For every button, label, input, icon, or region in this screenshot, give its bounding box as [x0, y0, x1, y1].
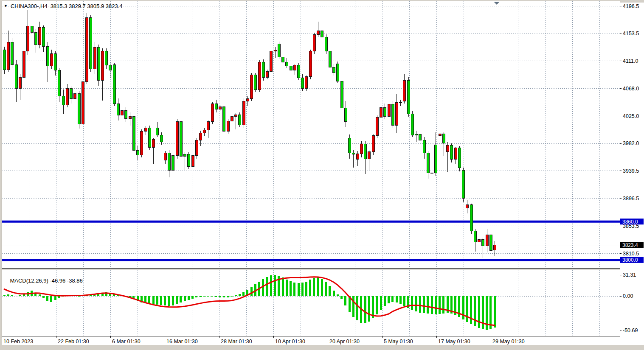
macd-bar — [462, 296, 464, 320]
candle-body — [266, 72, 268, 78]
candle-body — [254, 75, 256, 90]
macd-bar — [325, 282, 327, 296]
price-pane[interactable] — [2, 1, 620, 268]
candle-body — [34, 33, 37, 45]
macd-bar — [380, 296, 382, 311]
candle-body — [281, 57, 284, 62]
candle-body — [101, 51, 104, 80]
macd-bar — [219, 296, 221, 297]
candle-body — [305, 77, 307, 88]
macd-bar — [313, 278, 315, 296]
candle-body — [238, 115, 241, 125]
candle-body — [85, 18, 88, 82]
macd-bar — [3, 295, 6, 296]
macd-bar — [239, 294, 241, 296]
candle-body — [470, 205, 472, 231]
price-tick-label: 3896.5 — [623, 196, 639, 202]
macd-bar — [494, 296, 496, 328]
candle-body — [258, 62, 261, 90]
macd-bar — [293, 283, 295, 296]
macd-tick-label: 31.31 — [623, 272, 636, 278]
candle-body — [105, 51, 107, 65]
candle-body — [313, 34, 315, 51]
candle-body — [113, 64, 115, 104]
candle-body — [148, 128, 151, 147]
date-label: 6 Mar 01:30 — [112, 339, 141, 344]
macd-bar — [442, 296, 444, 314]
price-tag-blue-text: 3800.0 — [622, 257, 638, 263]
candle-body — [227, 121, 229, 131]
candle-body — [481, 240, 484, 246]
hline-3800.0[interactable] — [2, 259, 620, 261]
macd-bar — [286, 280, 288, 296]
candle-body — [234, 115, 237, 117]
macd-label: MACD(12,26,9) -46.96 -38.86 — [4, 271, 83, 290]
macd-tick-label: -50.69 — [623, 328, 638, 333]
candle-body — [211, 104, 214, 121]
macd-bar — [148, 296, 150, 304]
macd-bar — [309, 280, 311, 296]
chart-canvas[interactable]: 4196.54153.54111.04068.04025.03982.03939… — [0, 0, 644, 350]
candle-body — [207, 122, 209, 130]
candle-body — [439, 134, 441, 136]
hline-3860.0[interactable] — [2, 221, 620, 223]
macd-bar — [298, 283, 300, 296]
macd-bar — [290, 281, 292, 296]
candle-body — [278, 44, 280, 57]
symbol-period-label: CHINA300-,H4 — [11, 3, 48, 9]
macd-bar — [399, 296, 402, 304]
candle-body — [82, 82, 84, 124]
price-tick-label: 4068.0 — [623, 86, 639, 92]
symbol-dropdown-icon[interactable]: ▼ — [4, 3, 8, 9]
candle-body — [321, 31, 323, 37]
candle-body — [383, 107, 386, 116]
candle-body — [38, 28, 41, 45]
macd-bar — [329, 286, 331, 296]
macd-bar — [42, 296, 45, 298]
macd-bar — [113, 294, 115, 296]
candle-body — [132, 117, 135, 151]
candle-body — [297, 65, 300, 78]
macd-bar — [427, 296, 429, 314]
candle-body — [301, 78, 304, 88]
macd-bar — [388, 296, 390, 304]
candle-body — [129, 117, 131, 119]
macd-bar — [54, 296, 56, 300]
macd-bar — [415, 296, 417, 312]
date-label: 22 Feb 01:30 — [58, 339, 89, 344]
price-tick-label: 4025.0 — [623, 113, 639, 119]
candle-body — [144, 128, 147, 132]
candle-body — [172, 156, 174, 171]
candle-body — [285, 62, 288, 66]
date-label: 10 Feb 2023 — [3, 339, 33, 344]
macd-bar — [176, 296, 178, 304]
macd-bar — [39, 294, 41, 296]
macd-bar — [431, 296, 433, 314]
macd-bar — [282, 277, 284, 296]
macd-bar — [419, 296, 421, 313]
macd-bar — [482, 296, 484, 329]
macd-bar — [317, 277, 319, 296]
candle-body — [136, 151, 139, 155]
macd-bar — [403, 296, 405, 306]
candle-body — [219, 107, 221, 109]
macd-bar — [340, 296, 343, 300]
candle-body — [427, 153, 429, 173]
macd-bar — [227, 296, 229, 297]
price-tick-label: 3939.5 — [623, 168, 639, 174]
pane-separator — [2, 269, 620, 269]
candle-body — [195, 140, 198, 155]
macd-bar — [152, 296, 155, 305]
candle-body — [19, 77, 21, 88]
macd-bar — [305, 282, 307, 296]
macd-bar — [333, 291, 335, 296]
price-tag-blue-text: 3860.0 — [622, 219, 638, 225]
macd-bar — [344, 296, 346, 305]
candle-body — [168, 153, 170, 171]
macd-bar — [172, 296, 174, 305]
candle-body — [31, 26, 33, 33]
price-tick-label: 3982.0 — [623, 140, 639, 146]
candle-body — [329, 51, 331, 67]
candle-body — [336, 64, 339, 81]
macd-bar — [364, 296, 366, 324]
